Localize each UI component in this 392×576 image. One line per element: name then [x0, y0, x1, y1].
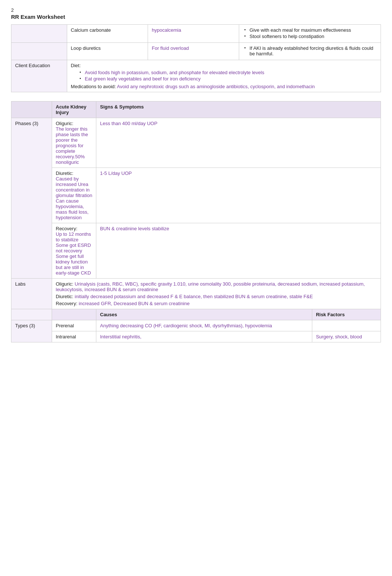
medications-avoid-label: Medications to avoid: [71, 84, 116, 89]
drug-name-calcium: Calcium carbonate [67, 25, 148, 43]
types-subheader-empty [11, 309, 52, 320]
aki-header-row: Acute Kidney Injury Signs & Symptoms [11, 101, 381, 118]
labs-oliguric: Oliguric: Urinalysis (casts, RBC, WBC), … [56, 281, 377, 292]
intrarenal-name: Intrarenal [52, 331, 96, 342]
labs-diuretic: Diuretic: initially decreased potassium … [56, 294, 377, 299]
types-subheader-empty2 [52, 309, 96, 320]
prerenal-risk [312, 320, 381, 331]
recovery-name: Recovery: Up to 12 months to stabilize S… [52, 223, 96, 279]
prerenal-name: Prerenal [52, 320, 96, 331]
labs-diuretic-detail: initially decreased potassium and decrea… [75, 294, 313, 299]
diet-item-2: Eat green leafy vegetables and beef for … [78, 76, 377, 82]
page-number: 2 [11, 7, 381, 13]
aki-col1-header: Acute Kidney Injury [52, 101, 96, 118]
medications-table: Calcium carbonate hypocalcemia Give with… [11, 24, 381, 92]
diuretic-name: Diuretic: Caused by increased Urea conce… [52, 168, 96, 223]
client-education-label: Client Education [11, 60, 67, 92]
diuretic-signs: 1-5 L/day UOP [96, 168, 381, 223]
aki-header-empty [11, 101, 52, 118]
diuretic-desc: Caused by increased Urea concentration i… [56, 176, 92, 220]
section-label-empty [11, 25, 67, 43]
diet-label: Diet: [71, 63, 377, 68]
note-item: If AKI is already established forcing di… [243, 45, 377, 56]
phases-label: Phases (3) [11, 118, 52, 279]
page-title: RR Exam Worksheet [11, 14, 381, 20]
oliguric-desc: The longer this phase lasts the poorer t… [56, 126, 88, 165]
section-label-empty2 [11, 43, 67, 60]
client-education-row: Client Education Diet: Avoid foods high … [11, 60, 381, 92]
types-subheader-row: Causes Risk Factors [11, 309, 381, 320]
labs-row: Labs Oliguric: Urinalysis (casts, RBC, W… [11, 279, 381, 309]
labs-recovery: Recovery: increased GFR, Decreased BUN &… [56, 301, 377, 306]
aki-table: Acute Kidney Injury Signs & Symptoms Pha… [11, 101, 381, 342]
diet-item-1: Avoid foods high in potassium, sodium, a… [78, 70, 377, 75]
types-label: Types (3) [11, 320, 52, 342]
phases-recovery-row: Recovery: Up to 12 months to stabilize S… [11, 223, 381, 279]
notes-calcium: Give with each meal for maximum effectiv… [239, 25, 381, 43]
phases-diuretic-row: Diuretic: Caused by increased Urea conce… [11, 168, 381, 223]
labs-recovery-detail: increased GFR, Decreased BUN & serum cre… [79, 301, 190, 306]
oliguric-name: Oliguric: The longer this phase lasts th… [52, 118, 96, 168]
note-item: Stool softeners to help constipation [243, 34, 377, 39]
oliguric-signs: Less than 400 ml/day UOP [96, 118, 381, 168]
labs-oliguric-label: Oliguric: [56, 281, 73, 287]
intrarenal-causes: Interstitial nephritis, [96, 331, 312, 342]
labs-oliguric-detail: Urinalysis (casts, RBC, WBC), specific g… [56, 281, 365, 292]
table-row: Loop diuretics For fluid overload If AKI… [11, 43, 381, 60]
drug-name-loop: Loop diuretics [67, 43, 148, 60]
recovery-title: Recovery: [56, 226, 78, 231]
intrarenal-risk: Surgery, shock, blood [312, 331, 381, 342]
indication-loop: For fluid overload [148, 43, 239, 60]
medications-avoid-text: Avoid any nephrotoxic drugs such as amin… [117, 84, 315, 89]
aki-col2-header: Signs & Symptoms [96, 101, 381, 118]
recovery-desc: Up to 12 months to stabilize Some got ES… [56, 231, 91, 276]
medications-avoid: Medications to avoid: Avoid any nephroto… [71, 84, 377, 89]
diuretic-title: Diuretic: [56, 170, 73, 176]
table-row: Calcium carbonate hypocalcemia Give with… [11, 25, 381, 43]
notes-loop: If AKI is already established forcing di… [239, 43, 381, 60]
labs-diuretic-label: Diuretic: [56, 294, 73, 299]
labs-content: Oliguric: Urinalysis (casts, RBC, WBC), … [52, 279, 381, 309]
phases-oliguric-row: Phases (3) Oliguric: The longer this pha… [11, 118, 381, 168]
prerenal-causes: Anything decreasing CO (HF, cardiogenic … [96, 320, 312, 331]
indication-calcium: hypocalcemia [148, 25, 239, 43]
types-intrarenal-row: Intrarenal Interstitial nephritis, Surge… [11, 331, 381, 342]
recovery-signs: BUN & creatinine levels stabilize [96, 223, 381, 279]
labs-recovery-label: Recovery: [56, 301, 78, 306]
types-prerenal-row: Types (3) Prerenal Anything decreasing C… [11, 320, 381, 331]
note-item: Give with each meal for maximum effectiv… [243, 27, 377, 33]
labs-label: Labs [11, 279, 52, 309]
risk-header: Risk Factors [312, 309, 381, 320]
oliguric-title: Oliguric: [56, 121, 73, 126]
causes-header: Causes [96, 309, 312, 320]
client-education-content: Diet: Avoid foods high in potassium, sod… [67, 60, 381, 92]
